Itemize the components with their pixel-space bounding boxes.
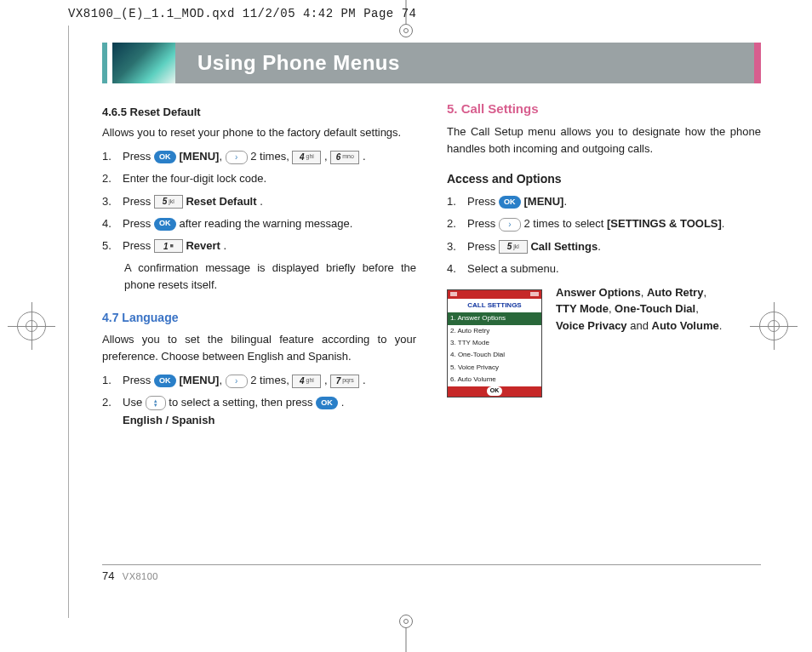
- step-465-5: 5. Press 1■ Revert .: [102, 237, 416, 255]
- step-5-1: 1. Press OK [MENU].: [447, 193, 761, 210]
- model-name: VX8100: [123, 571, 158, 581]
- footer-rule: [102, 564, 761, 565]
- heading-access: Access and Options: [447, 170, 761, 189]
- left-column: 4.6.5 Reset Default Allows you to reset …: [102, 99, 416, 434]
- page-gutter: [68, 26, 69, 618]
- step-465-2: 2. Enter the four-digit lock code.: [102, 170, 416, 187]
- step-5-4: 4. Select a submenu.: [447, 260, 761, 277]
- nav-updown-icon: ▲▼: [146, 396, 166, 410]
- nav-right-icon: ›: [499, 218, 521, 232]
- nav-right-icon: ›: [226, 151, 248, 164]
- heading-5: 5. Call Settings: [447, 99, 761, 118]
- title-photo: [112, 43, 175, 83]
- title-band: Using Phone Menus: [102, 43, 761, 83]
- registration-mark-left: [17, 312, 46, 340]
- intro-47: Allows you to set the bilingual feature …: [102, 331, 416, 365]
- step-465-3: 3. Press 5jkl Reset Default .: [102, 193, 416, 210]
- key-4-icon: 4ghi: [292, 375, 321, 388]
- step-465-4: 4. Press OK after reading the warning me…: [102, 215, 416, 232]
- page-title: Using Phone Menus: [175, 43, 754, 83]
- ok-key-icon: OK: [499, 196, 521, 209]
- title-stripe-left: [102, 43, 107, 83]
- intro-5: The Call Setup menu allows you to design…: [447, 123, 761, 157]
- registration-mark-right: [759, 312, 788, 340]
- right-column: 5. Call Settings The Call Setup menu all…: [447, 99, 761, 434]
- ok-key-icon: OK: [316, 397, 338, 409]
- submenu-row: CALL SETTINGS 1. Answer Options 2. Auto …: [447, 284, 761, 397]
- page-content: Using Phone Menus 4.6.5 Reset Default Al…: [102, 43, 761, 601]
- crop-circle-top: [399, 24, 413, 37]
- step-5-2: 2. Press › 2 times to select [SETTINGS &…: [447, 215, 761, 232]
- submenu-options-text: Answer Options, Auto Retry, TTY Mode, On…: [542, 284, 761, 335]
- ok-key-icon: OK: [154, 218, 176, 231]
- ok-key-icon: OK: [154, 375, 176, 387]
- key-4-icon: 4ghi: [292, 151, 321, 164]
- slug-line: VX8100_(E)_1.1_MOD.qxd 11/2/05 4:42 PM P…: [68, 7, 416, 20]
- heading-465: 4.6.5 Reset Default: [102, 104, 416, 121]
- step-47-1: 1. Press OK [MENU], › 2 times, 4ghi , 7p…: [102, 372, 416, 389]
- intro-465: Allows you to reset your phone to the fa…: [102, 124, 416, 141]
- note-465: A confirmation message is displayed brie…: [124, 260, 416, 294]
- nav-right-icon: ›: [226, 375, 248, 388]
- crop-circle-bottom: [399, 615, 413, 628]
- key-5-icon: 5jkl: [154, 195, 183, 209]
- step-47-2: 2. Use ▲▼ to select a setting, then pres…: [102, 394, 416, 428]
- key-6-icon: 6mno: [330, 151, 359, 164]
- page-number: 74: [102, 569, 114, 582]
- key-5-icon: 5jkl: [499, 240, 528, 254]
- phone-screenshot: CALL SETTINGS 1. Answer Options 2. Auto …: [447, 289, 542, 397]
- key-1-icon: 1■: [154, 239, 183, 253]
- step-465-1: 1. Press OK [MENU], › 2 times, 4ghi , 6m…: [102, 148, 416, 165]
- step-5-3: 3. Press 5jkl Call Settings.: [447, 238, 761, 255]
- heading-47: 4.7 Language: [102, 309, 416, 328]
- ok-key-icon: OK: [154, 151, 176, 163]
- footer: 74 VX8100: [102, 569, 158, 582]
- key-7-icon: 7pqrs: [330, 375, 359, 388]
- title-stripe-right: [754, 43, 761, 83]
